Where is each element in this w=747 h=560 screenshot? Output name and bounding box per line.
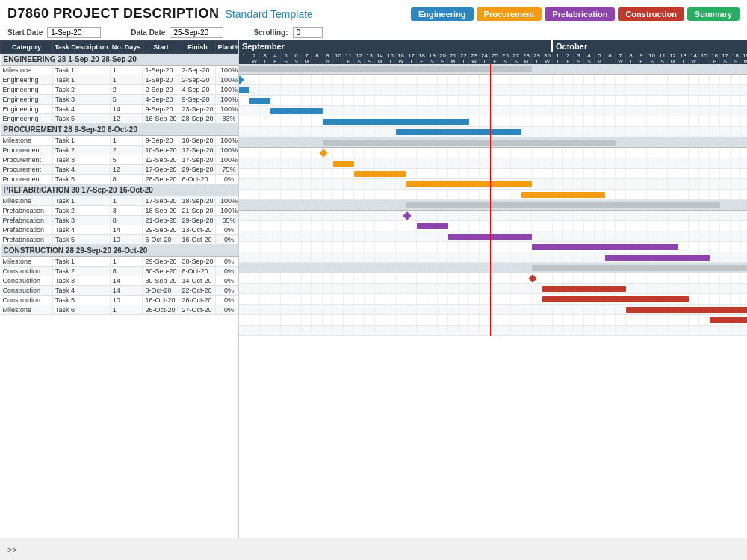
gantt-letter-cell: W bbox=[323, 59, 333, 64]
table-row: EngineeringTask 51216-Sep-2028-Sep-2083%… bbox=[1, 114, 239, 124]
gantt-day-cell: 29 bbox=[532, 52, 542, 59]
gantt-data-row bbox=[239, 106, 747, 116]
gantt-bar bbox=[448, 234, 532, 240]
gantt-data-row bbox=[239, 284, 747, 294]
gantt-letter-cell: W bbox=[469, 59, 480, 64]
table-row: MilestoneTask 6126-Oct-2027-Oct-200%0% bbox=[1, 305, 239, 315]
bottom-arrow: >> bbox=[7, 545, 17, 554]
col-header-no._days: No. Days bbox=[110, 41, 143, 54]
legend-btn-summary[interactable]: Summary bbox=[687, 7, 740, 21]
gantt-data-row bbox=[239, 96, 747, 106]
gantt-letter-cell: T bbox=[532, 59, 542, 64]
gantt-day-cell: 23 bbox=[469, 52, 480, 59]
gantt-month-september: September bbox=[239, 40, 553, 52]
gantt-day-cell: 2 bbox=[249, 52, 260, 59]
scrolling-label: Scrolling: bbox=[253, 28, 288, 37]
legend-btn-prefabrication[interactable]: Prefabrication bbox=[545, 7, 615, 21]
gantt-data-row bbox=[239, 190, 747, 200]
table-row: EngineeringTask 354-Sep-209-Sep-20100%95… bbox=[1, 95, 239, 105]
table-row: PrefabricationTask 3821-Sep-2029-Sep-206… bbox=[1, 216, 239, 225]
gantt-data-row bbox=[239, 305, 747, 315]
table-row: EngineeringTask 222-Sep-204-Sep-20100%10… bbox=[1, 85, 239, 95]
gantt-letter-cell: M bbox=[595, 59, 605, 64]
gantt-data-row bbox=[239, 116, 747, 127]
gantt-letter-cell: T bbox=[333, 59, 344, 64]
gantt-letter-cell: M bbox=[521, 59, 532, 64]
data-date-input[interactable] bbox=[170, 27, 223, 38]
gantt-letter-cell: W bbox=[249, 59, 260, 64]
gantt-day-cell: 10 bbox=[647, 52, 657, 59]
gantt-day-cell: 15 bbox=[385, 52, 396, 59]
gantt-letter-cell: T bbox=[699, 59, 710, 64]
gantt-letter-cell: S bbox=[500, 59, 511, 64]
table-row: ProcurementTask 3512-Sep-2017-Sep-20100%… bbox=[1, 155, 239, 165]
gantt-letter-cell: T bbox=[480, 59, 490, 64]
gantt-bar bbox=[396, 129, 521, 135]
gantt-bar bbox=[333, 161, 354, 167]
gantt-data-row bbox=[239, 179, 747, 190]
table-row: ConstructionTask 51016-Oct-2026-Oct-200%… bbox=[1, 296, 239, 305]
group-header-row: CONSTRUCTION 28 29-Sep-20 26-Oct-20 bbox=[1, 245, 239, 257]
gantt-day-cell: 10 bbox=[333, 52, 344, 59]
gantt-letter-cell: S bbox=[438, 59, 448, 64]
gantt-letter-cell: F bbox=[344, 59, 354, 64]
gantt-day-cell: 6 bbox=[291, 52, 302, 59]
gantt-day-cell: 11 bbox=[344, 52, 354, 59]
gantt-day-cell: 16 bbox=[396, 52, 406, 59]
start-date-label: Start Date bbox=[7, 28, 43, 37]
gantt-day-cell: 8 bbox=[312, 52, 323, 59]
gantt-letter-cell: S bbox=[647, 59, 657, 64]
gantt-letter-cell: T bbox=[260, 59, 270, 64]
gantt-letter-cell: F bbox=[710, 59, 720, 64]
gantt-day-cell: 3 bbox=[260, 52, 270, 59]
legend-btn-construction[interactable]: Construction bbox=[618, 7, 684, 21]
table-row: ConstructionTask 4148-Oct-2022-Oct-200%0… bbox=[1, 286, 239, 296]
gantt-day-cell: 2 bbox=[563, 52, 574, 59]
legend-btn-procurement[interactable]: Procurement bbox=[477, 7, 542, 21]
gantt-day-cell: 7 bbox=[616, 52, 626, 59]
legend-btn-engineering[interactable]: Engineering bbox=[411, 7, 474, 21]
gantt-letter-cell: S bbox=[574, 59, 584, 64]
gantt-day-cell: 7 bbox=[302, 52, 312, 59]
gantt-letter-cell: S bbox=[427, 59, 438, 64]
gantt-letter-cell: W bbox=[542, 59, 553, 64]
gantt-day-cell: 13 bbox=[365, 52, 375, 59]
gantt-bar bbox=[249, 98, 270, 104]
gantt-day-cell: 6 bbox=[605, 52, 616, 59]
gantt-letter-cell: S bbox=[291, 59, 302, 64]
start-date-input[interactable] bbox=[47, 27, 101, 38]
gantt-day-cell: 18 bbox=[417, 52, 427, 59]
table-row: EngineeringTask 111-Sep-202-Sep-20100%10… bbox=[1, 75, 239, 85]
table-row: MilestoneTask 1117-Sep-2018-Sep-20100%10… bbox=[1, 196, 239, 206]
gantt-bar bbox=[542, 286, 626, 292]
gantt-letter-cell: T bbox=[605, 59, 616, 64]
table-row: MilestoneTask 119-Sep-2010-Sep-20100%100… bbox=[1, 136, 239, 146]
gantt-group-row bbox=[239, 200, 747, 211]
gantt-letter-cell: S bbox=[731, 59, 741, 64]
gantt-day-cell: 12 bbox=[668, 52, 678, 59]
gantt-summary-bar bbox=[406, 202, 720, 208]
gantt-letter-cell: M bbox=[741, 59, 747, 64]
gantt-bar bbox=[626, 307, 747, 313]
table-row: ConstructionTask 2830-Sep-208-Oct-200%0% bbox=[1, 267, 239, 276]
gantt-day-cell: 22 bbox=[459, 52, 469, 59]
gantt-letter-cell: T bbox=[385, 59, 396, 64]
gantt-summary-bar bbox=[323, 140, 616, 146]
gantt-day-cell: 25 bbox=[490, 52, 500, 59]
gantt-data-row bbox=[239, 158, 747, 169]
gantt-letter-cell: W bbox=[396, 59, 406, 64]
gantt-data-row bbox=[239, 242, 747, 252]
gantt-data-row bbox=[239, 148, 747, 158]
gantt-letter-cell: F bbox=[270, 59, 281, 64]
gantt-letter-cell: M bbox=[302, 59, 312, 64]
table-row: MilestoneTask 1129-Sep-2030-Sep-200%0% bbox=[1, 257, 239, 267]
col-header-task_description: Task Description bbox=[53, 41, 111, 54]
gantt-bar bbox=[605, 255, 710, 261]
gantt-data-row bbox=[239, 326, 747, 336]
data-date-label: Data Date bbox=[131, 28, 165, 37]
gantt-data-row bbox=[239, 75, 747, 85]
gantt-letter-cell: T bbox=[678, 59, 689, 64]
gantt-letter-cell: T bbox=[553, 59, 563, 64]
table-row: PrefabricationTask 41429-Sep-2013-Oct-20… bbox=[1, 225, 239, 235]
scrolling-input[interactable] bbox=[293, 27, 323, 38]
